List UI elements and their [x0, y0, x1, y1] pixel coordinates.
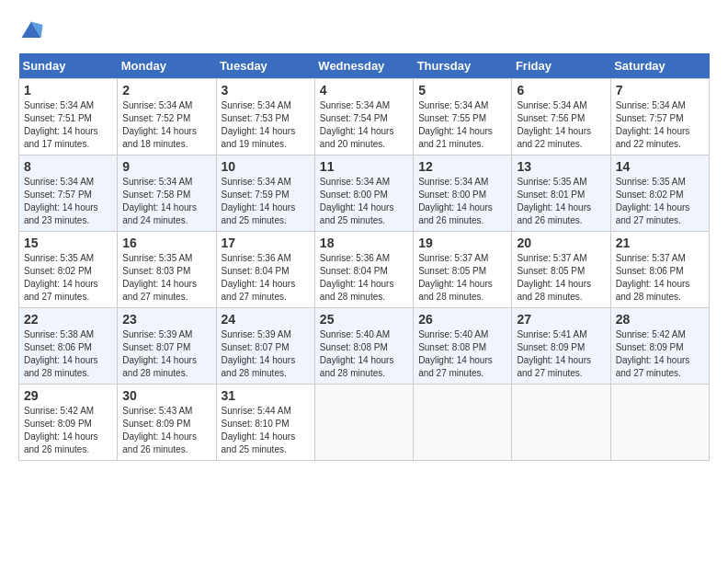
calendar-day-cell: 14 Sunrise: 5:35 AMSunset: 8:02 PMDaylig…: [610, 155, 709, 232]
weekday-header-sunday: Sunday: [19, 53, 118, 79]
weekday-header-monday: Monday: [118, 53, 216, 79]
empty-cell: [610, 385, 709, 461]
day-info: Sunrise: 5:34 AMSunset: 7:58 PMDaylight:…: [122, 177, 197, 225]
day-info: Sunrise: 5:35 AMSunset: 8:01 PMDaylight:…: [517, 177, 591, 225]
calendar-day-cell: 30 Sunrise: 5:43 AMSunset: 8:09 PMDaylig…: [118, 385, 216, 461]
logo: [18, 18, 48, 44]
day-number: 17: [222, 236, 310, 250]
calendar-day-cell: 23 Sunrise: 5:39 AMSunset: 8:07 PMDaylig…: [118, 308, 216, 385]
day-number: 12: [418, 159, 506, 174]
weekday-header-wednesday: Wednesday: [314, 53, 413, 79]
empty-cell: [414, 385, 512, 461]
calendar-day-cell: 7 Sunrise: 5:34 AMSunset: 7:57 PMDayligh…: [610, 79, 709, 155]
calendar-day-cell: 31 Sunrise: 5:44 AMSunset: 8:10 PMDaylig…: [216, 385, 314, 461]
day-number: 23: [122, 312, 210, 327]
day-info: Sunrise: 5:39 AMSunset: 8:07 PMDaylight:…: [222, 329, 296, 378]
day-info: Sunrise: 5:34 AMSunset: 7:57 PMDaylight:…: [616, 100, 690, 149]
calendar-day-cell: 16 Sunrise: 5:35 AMSunset: 8:03 PMDaylig…: [118, 232, 216, 308]
calendar-week-row: 29 Sunrise: 5:42 AMSunset: 8:09 PMDaylig…: [19, 385, 710, 461]
calendar-day-cell: 21 Sunrise: 5:37 AMSunset: 8:06 PMDaylig…: [610, 232, 709, 308]
weekday-header-thursday: Thursday: [414, 53, 512, 79]
calendar-day-cell: 13 Sunrise: 5:35 AMSunset: 8:01 PMDaylig…: [512, 155, 610, 232]
empty-cell: [512, 385, 610, 461]
calendar-day-cell: 17 Sunrise: 5:36 AMSunset: 8:04 PMDaylig…: [216, 232, 314, 308]
calendar-week-row: 22 Sunrise: 5:38 AMSunset: 8:06 PMDaylig…: [19, 308, 710, 385]
day-number: 4: [320, 83, 408, 98]
day-info: Sunrise: 5:42 AMSunset: 8:09 PMDaylight:…: [24, 406, 98, 454]
day-number: 14: [616, 159, 704, 174]
calendar-day-cell: 4 Sunrise: 5:34 AMSunset: 7:54 PMDayligh…: [314, 79, 413, 155]
day-info: Sunrise: 5:35 AMSunset: 8:02 PMDaylight:…: [24, 253, 98, 302]
calendar-day-cell: 5 Sunrise: 5:34 AMSunset: 7:55 PMDayligh…: [414, 79, 512, 155]
day-info: Sunrise: 5:34 AMSunset: 7:52 PMDaylight:…: [122, 100, 197, 149]
day-number: 8: [24, 159, 112, 174]
calendar-day-cell: 15 Sunrise: 5:35 AMSunset: 8:02 PMDaylig…: [19, 232, 118, 308]
day-info: Sunrise: 5:43 AMSunset: 8:09 PMDaylight:…: [122, 406, 197, 454]
day-number: 3: [222, 83, 310, 98]
day-info: Sunrise: 5:39 AMSunset: 8:07 PMDaylight:…: [122, 329, 197, 378]
day-number: 27: [517, 312, 605, 327]
calendar-day-cell: 12 Sunrise: 5:34 AMSunset: 8:00 PMDaylig…: [414, 155, 512, 232]
day-info: Sunrise: 5:38 AMSunset: 8:06 PMDaylight:…: [24, 329, 98, 378]
day-info: Sunrise: 5:40 AMSunset: 8:08 PMDaylight:…: [418, 329, 493, 378]
calendar-day-cell: 25 Sunrise: 5:40 AMSunset: 8:08 PMDaylig…: [314, 308, 413, 385]
calendar-day-cell: 24 Sunrise: 5:39 AMSunset: 8:07 PMDaylig…: [216, 308, 314, 385]
calendar-day-cell: 28 Sunrise: 5:42 AMSunset: 8:09 PMDaylig…: [610, 308, 709, 385]
calendar-day-cell: 26 Sunrise: 5:40 AMSunset: 8:08 PMDaylig…: [414, 308, 512, 385]
day-info: Sunrise: 5:35 AMSunset: 8:03 PMDaylight:…: [122, 253, 197, 302]
empty-cell: [314, 385, 413, 461]
calendar-day-cell: 1 Sunrise: 5:34 AMSunset: 7:51 PMDayligh…: [19, 79, 118, 155]
calendar-week-row: 1 Sunrise: 5:34 AMSunset: 7:51 PMDayligh…: [19, 79, 710, 155]
day-number: 1: [24, 83, 112, 98]
day-info: Sunrise: 5:34 AMSunset: 7:55 PMDaylight:…: [418, 100, 493, 149]
day-number: 22: [24, 312, 112, 327]
day-number: 29: [24, 388, 112, 403]
calendar-day-cell: 29 Sunrise: 5:42 AMSunset: 8:09 PMDaylig…: [19, 385, 118, 461]
day-info: Sunrise: 5:34 AMSunset: 7:59 PMDaylight:…: [222, 177, 296, 225]
day-number: 19: [418, 236, 506, 250]
day-info: Sunrise: 5:34 AMSunset: 7:57 PMDaylight:…: [24, 177, 98, 225]
day-info: Sunrise: 5:34 AMSunset: 8:00 PMDaylight:…: [418, 177, 493, 225]
day-number: 21: [616, 236, 704, 250]
calendar-day-cell: 10 Sunrise: 5:34 AMSunset: 7:59 PMDaylig…: [216, 155, 314, 232]
day-info: Sunrise: 5:37 AMSunset: 8:05 PMDaylight:…: [517, 253, 591, 302]
header: [18, 18, 710, 44]
day-info: Sunrise: 5:37 AMSunset: 8:06 PMDaylight:…: [616, 253, 690, 302]
day-number: 18: [320, 236, 408, 250]
day-number: 24: [222, 312, 310, 327]
day-info: Sunrise: 5:34 AMSunset: 8:00 PMDaylight:…: [320, 177, 394, 225]
day-number: 31: [222, 388, 310, 403]
day-number: 15: [24, 236, 112, 250]
calendar-day-cell: 3 Sunrise: 5:34 AMSunset: 7:53 PMDayligh…: [216, 79, 314, 155]
day-info: Sunrise: 5:37 AMSunset: 8:05 PMDaylight:…: [418, 253, 493, 302]
day-info: Sunrise: 5:41 AMSunset: 8:09 PMDaylight:…: [517, 329, 591, 378]
day-number: 25: [320, 312, 408, 327]
calendar-day-cell: 9 Sunrise: 5:34 AMSunset: 7:58 PMDayligh…: [118, 155, 216, 232]
day-number: 11: [320, 159, 408, 174]
logo-icon: [18, 18, 44, 44]
calendar-week-row: 15 Sunrise: 5:35 AMSunset: 8:02 PMDaylig…: [19, 232, 710, 308]
calendar-day-cell: 27 Sunrise: 5:41 AMSunset: 8:09 PMDaylig…: [512, 308, 610, 385]
calendar-day-cell: 11 Sunrise: 5:34 AMSunset: 8:00 PMDaylig…: [314, 155, 413, 232]
day-number: 9: [122, 159, 210, 174]
day-info: Sunrise: 5:34 AMSunset: 7:56 PMDaylight:…: [517, 100, 591, 149]
day-number: 13: [517, 159, 605, 174]
calendar-day-cell: 20 Sunrise: 5:37 AMSunset: 8:05 PMDaylig…: [512, 232, 610, 308]
day-info: Sunrise: 5:34 AMSunset: 7:54 PMDaylight:…: [320, 100, 394, 149]
day-number: 6: [517, 83, 605, 98]
day-number: 28: [616, 312, 704, 327]
day-number: 26: [418, 312, 506, 327]
day-number: 5: [418, 83, 506, 98]
calendar-table: SundayMondayTuesdayWednesdayThursdayFrid…: [18, 53, 710, 461]
calendar-day-cell: 8 Sunrise: 5:34 AMSunset: 7:57 PMDayligh…: [19, 155, 118, 232]
day-number: 2: [122, 83, 210, 98]
weekday-header-saturday: Saturday: [610, 53, 709, 79]
day-info: Sunrise: 5:44 AMSunset: 8:10 PMDaylight:…: [222, 406, 296, 454]
day-info: Sunrise: 5:36 AMSunset: 8:04 PMDaylight:…: [320, 253, 394, 302]
day-number: 30: [122, 388, 210, 403]
day-info: Sunrise: 5:34 AMSunset: 7:51 PMDaylight:…: [24, 100, 98, 149]
calendar-week-row: 8 Sunrise: 5:34 AMSunset: 7:57 PMDayligh…: [19, 155, 710, 232]
day-info: Sunrise: 5:42 AMSunset: 8:09 PMDaylight:…: [616, 329, 690, 378]
weekday-header-tuesday: Tuesday: [216, 53, 314, 79]
day-number: 10: [222, 159, 310, 174]
